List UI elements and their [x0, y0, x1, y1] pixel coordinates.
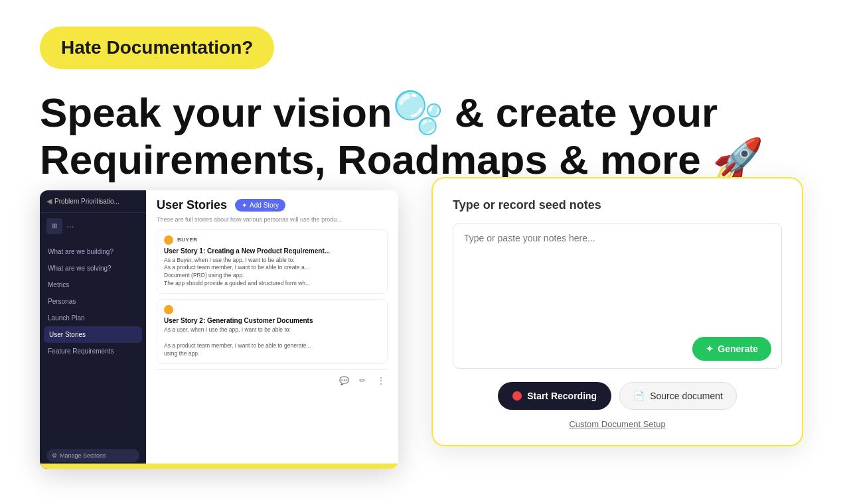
- notes-card: Type or record seed notes ✦ Generate Sta…: [431, 177, 803, 446]
- document-icon: 📄: [633, 391, 645, 401]
- sidebar-item-building[interactable]: What are we building?: [40, 243, 146, 260]
- story-dot-1: [164, 235, 173, 245]
- add-icon: ✦: [242, 202, 247, 209]
- hero-heading: Speak your vision🫧 & create your Require…: [40, 89, 803, 184]
- story-title-1: User Story 1: Creating a New Product Req…: [164, 247, 380, 255]
- comment-icon[interactable]: 💬: [337, 374, 350, 387]
- edit-icon[interactable]: ✏: [356, 374, 369, 387]
- custom-document-setup-link[interactable]: Custom Document Setup: [453, 419, 782, 429]
- record-dot-icon: [512, 391, 522, 401]
- story-body-1: As a Buyer, when I use the app, I want t…: [164, 257, 380, 288]
- source-document-button[interactable]: 📄 Source document: [619, 382, 737, 410]
- sidebar-item-feature-req[interactable]: Feature Requirements: [40, 343, 146, 359]
- sidebar-item-solving[interactable]: What are we solving?: [40, 260, 146, 277]
- generate-button[interactable]: ✦ Generate: [692, 337, 771, 361]
- yellow-bar: [40, 464, 398, 469]
- sidebar-back-icon: ◀: [46, 197, 52, 206]
- main-toolbar: 💬 ✏ ⋮: [157, 369, 388, 391]
- settings-icon: ⚙: [52, 452, 57, 459]
- add-story-button[interactable]: ✦ Add Story: [235, 199, 285, 212]
- app-screenshot: ◀ Problem Prioritisatio... ⊞ ··· What ar…: [40, 190, 398, 469]
- story-tag-1: BUYER: [177, 237, 198, 243]
- start-recording-button[interactable]: Start Recording: [498, 382, 611, 410]
- main-panel: User Stories ✦ Add Story These are full …: [146, 190, 398, 469]
- story-card-1: BUYER User Story 1: Creating a New Produ…: [157, 229, 388, 294]
- sidebar: ◀ Problem Prioritisatio... ⊞ ··· What ar…: [40, 190, 146, 469]
- sidebar-more-icon[interactable]: ···: [66, 221, 74, 231]
- lower-content: ◀ Problem Prioritisatio... ⊞ ··· What ar…: [40, 190, 843, 504]
- hero-section: Hate Documentation? Speak your vision🫧 &…: [0, 0, 843, 184]
- more-options-icon[interactable]: ⋮: [374, 374, 388, 387]
- notes-actions: Start Recording 📄 Source document: [453, 382, 782, 410]
- sidebar-nav: What are we building? What are we solvin…: [40, 239, 146, 442]
- sidebar-item-personas[interactable]: Personas: [40, 293, 146, 310]
- plus-icon: ✦: [706, 344, 714, 354]
- notes-card-title: Type or record seed notes: [453, 198, 782, 212]
- panel-title: User Stories: [157, 198, 227, 212]
- story-title-2: User Story 2: Generating Customer Docume…: [164, 317, 380, 324]
- hate-badge: Hate Documentation?: [40, 27, 274, 69]
- sidebar-home-icon[interactable]: ⊞: [46, 218, 62, 234]
- story-card-2: User Story 2: Generating Customer Docume…: [157, 299, 388, 364]
- panel-subtitle: These are full stories about how various…: [157, 216, 388, 223]
- textarea-wrapper: ✦ Generate: [453, 223, 782, 371]
- sidebar-item-launch[interactable]: Launch Plan: [40, 310, 146, 326]
- sidebar-item-user-stories[interactable]: User Stories: [44, 326, 142, 343]
- sidebar-item-metrics[interactable]: Metrics: [40, 277, 146, 293]
- sidebar-project-title: Problem Prioritisatio...: [54, 198, 139, 205]
- story-body-2: As a user, when I use the app, I want to…: [164, 326, 380, 358]
- story-dot-2: [164, 305, 173, 314]
- manage-sections-button[interactable]: ⚙ Manage Sections: [46, 449, 139, 462]
